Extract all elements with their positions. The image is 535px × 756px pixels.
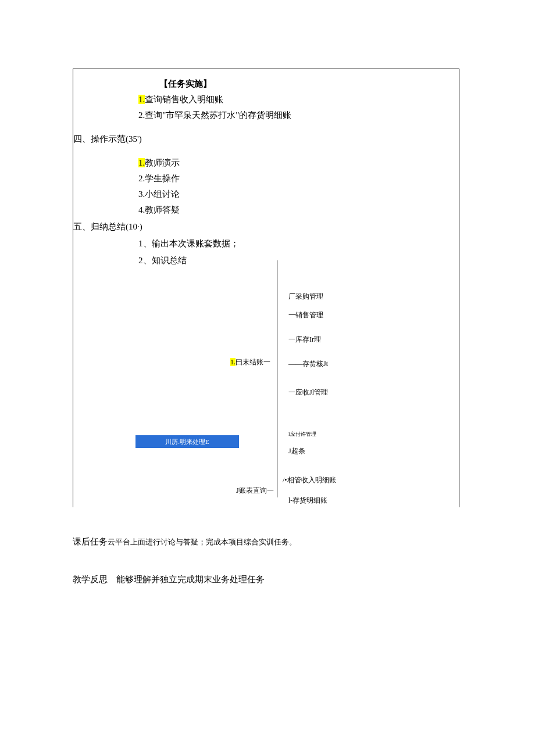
op-4: 4.教师答疑 <box>138 205 459 216</box>
node-jiezhang: 1.曰末结账一 <box>230 357 270 367</box>
teaching-reflection-row: 教学反思 能够理解并独立完成期末业务处理任务 <box>73 574 459 585</box>
op-1: 1.教师演示 <box>138 157 459 169</box>
teaching-reflection-text: 能够理解并独立完成期末业务处理任务 <box>116 574 265 585</box>
diagram-vline <box>277 260 277 497</box>
summary-2: 2、知识总结 <box>138 255 459 266</box>
summary-1: 1、输出本次课账套数据； <box>138 238 459 249</box>
after-class-task-text: 云平台上面进行讨论与答疑；完成本项目综合实训任务。 <box>108 537 297 547</box>
lesson-content: 【任务实施】 1.查询销售收入明细账 2.查询"市罕泉天然苏打水"的存货明细账 … <box>73 69 459 507</box>
node-jiezhang-num: 1. <box>230 358 236 366</box>
node-cunhuohe: ——存货核Jt <box>288 359 328 369</box>
task-2: 2.查询"市罕泉天然苏打水"的存货明细账 <box>138 110 459 121</box>
op-1-num: 1. <box>138 158 145 167</box>
node-yingfu: l应付许管理 <box>288 431 316 438</box>
task-1: 1.查询销售收入明细账 <box>138 94 459 105</box>
section-5: 五、归纳总结(10·) <box>73 221 459 232</box>
task-1-text: 查询销售收入明细账 <box>145 95 223 104</box>
node-zhangbiao: J账表直询一 <box>236 486 274 496</box>
section-5-label: 五、归纳总结(10·) <box>73 222 142 231</box>
node-chaotiao: J超条 <box>288 446 305 456</box>
teaching-reflection-label: 教学反思 <box>73 574 108 585</box>
op-2: 2.学生操作 <box>138 173 459 184</box>
node-blue-box: 川历.明来处理E <box>135 435 239 448</box>
section-4: 四、操作示范(35') <box>73 134 459 145</box>
task-impl-header: 【任务实施】 <box>159 78 459 89</box>
task-1-num: 1. <box>138 95 145 104</box>
op-1-text: 教师演示 <box>145 158 180 167</box>
op-3: 3.小组讨论 <box>138 189 459 200</box>
node-cunhuomx: l-存货明细账 <box>288 496 327 506</box>
footer-area: 课后任务云平台上面进行讨论与答疑；完成本项目综合实训任务。 教学反思 能够理解并… <box>73 536 459 585</box>
node-jiezhang-text: 曰末结账一 <box>236 358 270 366</box>
node-kucun: 一库存Ir理 <box>288 335 321 345</box>
knowledge-diagram: 厂采购管理 一销售管理 一库存Ir理 1.曰末结账一 ——存货核Jt 一应收Jl… <box>73 272 451 507</box>
main-content-cell: 【任务实施】 1.查询销售收入明细账 2.查询"市罕泉天然苏打水"的存货明细账 … <box>73 69 459 507</box>
after-class-task-row: 课后任务云平台上面进行讨论与答疑；完成本项目综合实训任务。 <box>73 536 459 547</box>
node-caigou: 厂采购管理 <box>288 292 323 302</box>
node-xiaoshou: 一销售管理 <box>288 310 323 320</box>
section-4-label: 四、操作示范(35') <box>73 134 142 144</box>
after-class-task-label: 课后任务 <box>73 536 108 547</box>
node-yingshou: 一应收Jl管理 <box>288 388 328 397</box>
node-xiangguan: /•相管收入明细账 <box>283 475 336 485</box>
